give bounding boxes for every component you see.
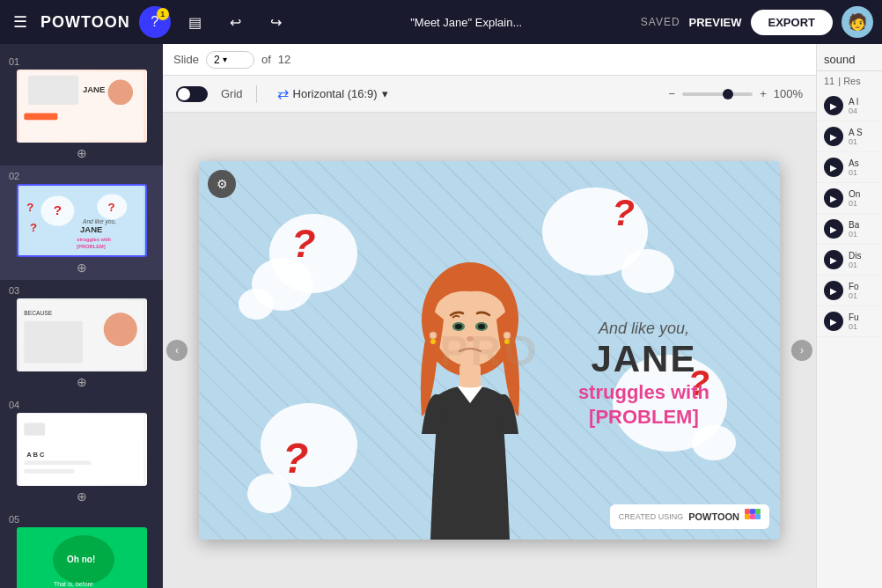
slide-item[interactable]: 03 BECAUSE ⊕ xyxy=(0,280,163,394)
slide-add-icon[interactable]: ⊕ xyxy=(77,146,87,160)
slide-number: 02 xyxy=(9,171,19,181)
redo-icon: ↪ xyxy=(270,14,282,31)
play-button[interactable]: ▶ xyxy=(824,96,843,115)
svg-text:JANE: JANE xyxy=(80,224,102,234)
sound-name: A S xyxy=(849,128,863,137)
sound-item[interactable]: ▶ On 01 xyxy=(817,183,882,214)
zoom-value: 100% xyxy=(774,87,803,100)
sound-item[interactable]: ▶ A l 04 xyxy=(817,91,882,121)
slide-add-icon[interactable]: ⊕ xyxy=(77,375,87,389)
slide-thumbnail[interactable]: Oh no! That is, before xyxy=(17,527,147,588)
export-button[interactable]: EXPORT xyxy=(751,10,833,35)
right-panel-subtitle: 11 | Res xyxy=(817,71,882,91)
sound-item[interactable]: ▶ A S 01 xyxy=(817,121,882,152)
sound-item[interactable]: ▶ As 01 xyxy=(817,152,882,183)
current-slide-value[interactable]: 2 xyxy=(214,54,220,66)
svg-rect-47 xyxy=(755,509,761,514)
redo-button[interactable]: ↪ xyxy=(261,6,292,38)
slide-thumb-content: BECAUSE xyxy=(18,300,145,370)
slide-thumbnail[interactable]: ? ? ? ? And like you, JANE struggles wit… xyxy=(17,184,147,257)
thought-bubble xyxy=(692,425,736,460)
play-button[interactable]: ▶ xyxy=(824,281,843,300)
sound-duration: 01 xyxy=(849,261,861,269)
svg-point-19 xyxy=(103,312,136,346)
sound-item[interactable]: ▶ Fo 01 xyxy=(817,276,882,306)
sound-info: Dis 01 xyxy=(849,251,861,269)
sound-item[interactable]: ▶ Ba 01 xyxy=(817,214,882,245)
help-button[interactable]: ? 1 xyxy=(139,6,171,38)
svg-point-39 xyxy=(467,336,474,342)
canvas-toolbar: Grid ⇄ Horizontal (16:9) ▾ − + 100% xyxy=(163,76,816,113)
sound-info: On 01 xyxy=(849,189,860,208)
sound-duration: 01 xyxy=(849,199,860,208)
preview-button[interactable]: PREVIEW xyxy=(689,16,742,29)
slide-icon-bar: ⊕ xyxy=(77,261,87,275)
total-slides: 12 xyxy=(278,53,290,66)
slide-item[interactable]: 02 ? ? ? ? And like you, JANE struggles … xyxy=(0,165,163,280)
powtoon-credit: CREATED USING POWTOON xyxy=(610,504,769,529)
zoom-minus-button[interactable]: − xyxy=(669,87,676,100)
powtoon-logo-icon xyxy=(745,509,761,525)
right-panel: sound 11 | Res ▶ A l 04 ▶ A S 01 ▶ As 01 xyxy=(816,44,882,588)
slide-item[interactable]: 01 JANE ⊕ xyxy=(0,51,163,165)
sound-info: As 01 xyxy=(849,158,859,177)
avatar[interactable]: 🧑 xyxy=(842,6,873,38)
hamburger-menu[interactable]: ☰ xyxy=(9,8,32,36)
play-button[interactable]: ▶ xyxy=(824,219,843,239)
slide-icon-bar: ⊕ xyxy=(77,375,87,389)
slide-add-icon[interactable]: ⊕ xyxy=(77,261,87,275)
play-icon: ▶ xyxy=(830,163,837,173)
slide-canvas[interactable]: ⚙ ? ? ? ? xyxy=(199,161,780,540)
prev-slide-button[interactable]: ‹ xyxy=(166,340,187,361)
sound-item[interactable]: ▶ Dis 01 xyxy=(817,245,882,276)
slide-label: Slide xyxy=(173,53,199,66)
svg-rect-18 xyxy=(24,321,83,364)
slide-controls-bar: Slide 2 ▾ of 12 xyxy=(163,44,816,76)
play-button[interactable]: ▶ xyxy=(824,158,843,177)
question-mark: ? xyxy=(283,434,308,482)
sound-name: Fu xyxy=(849,312,859,322)
toolbar-divider xyxy=(256,85,257,103)
sound-item[interactable]: ▶ Fu 01 xyxy=(817,306,882,337)
slide-thumbnail[interactable]: A B C xyxy=(17,413,147,486)
slide-number: 05 xyxy=(9,514,19,525)
sound-duration: 01 xyxy=(849,230,859,239)
svg-text:That is, before: That is, before xyxy=(54,581,93,587)
zoom-plus-button[interactable]: + xyxy=(760,87,767,100)
svg-point-38 xyxy=(478,324,485,329)
undo-button[interactable]: ↩ xyxy=(220,6,252,38)
svg-text:[PROBLEM]: [PROBLEM] xyxy=(77,244,105,249)
grid-toggle[interactable] xyxy=(176,86,208,102)
slide-number-input[interactable]: 2 ▾ xyxy=(206,51,254,69)
sound-name: A l xyxy=(849,97,858,107)
slide-item[interactable]: 04 A B C ⊕ xyxy=(0,394,163,509)
presentation-button[interactable]: ▤ xyxy=(180,6,211,38)
slide-icon-bar: ⊕ xyxy=(77,146,87,160)
svg-text:?: ? xyxy=(53,202,61,217)
svg-point-4 xyxy=(107,80,133,106)
play-button[interactable]: ▶ xyxy=(824,250,843,269)
svg-text:?: ? xyxy=(29,221,36,234)
gear-button[interactable]: ⚙ xyxy=(208,170,236,198)
orientation-button[interactable]: ⇄ Horizontal (16:9) ▾ xyxy=(270,82,395,106)
canvas-wrapper: ‹ ⚙ xyxy=(163,113,816,588)
svg-rect-21 xyxy=(24,423,45,436)
slide-thumb-content: JANE xyxy=(18,71,145,141)
next-slide-button[interactable]: › xyxy=(791,340,812,361)
avatar-icon: 🧑 xyxy=(848,12,867,32)
slide-thumbnail[interactable]: BECAUSE xyxy=(17,298,147,371)
slide-item[interactable]: 05 Oh no! That is, before ⊕ xyxy=(0,509,163,588)
svg-point-40 xyxy=(430,332,437,339)
play-button[interactable]: ▶ xyxy=(824,312,843,331)
svg-point-41 xyxy=(430,339,436,344)
zoom-slider[interactable] xyxy=(682,92,753,96)
svg-text:A B C: A B C xyxy=(26,451,45,459)
presentation-icon: ▤ xyxy=(188,14,202,31)
play-button[interactable]: ▶ xyxy=(824,188,843,208)
undo-icon: ↩ xyxy=(230,14,241,31)
svg-text:Oh no!: Oh no! xyxy=(67,555,95,564)
play-button[interactable]: ▶ xyxy=(824,127,843,146)
slide-thumbnail[interactable]: JANE xyxy=(17,70,147,143)
chevron-down-icon[interactable]: ▾ xyxy=(223,55,227,64)
slide-add-icon[interactable]: ⊕ xyxy=(77,489,87,503)
